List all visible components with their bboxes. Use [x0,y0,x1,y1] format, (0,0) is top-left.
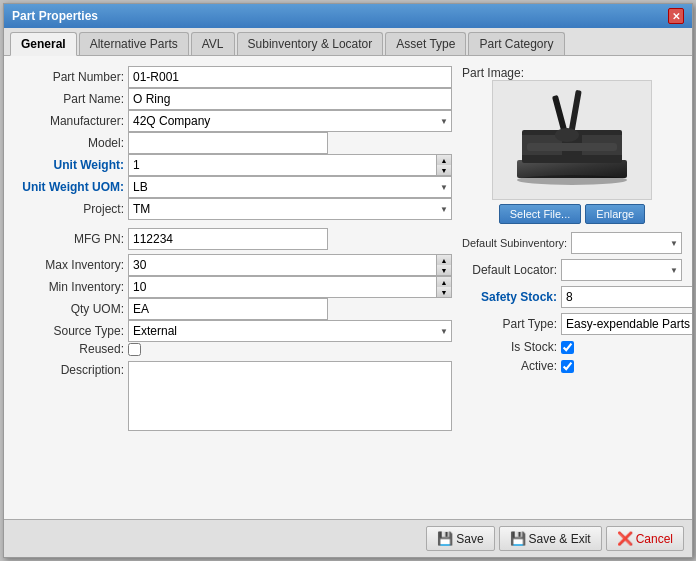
mfg-pn-row: MFG PN: [14,228,452,250]
unit-weight-label: Unit Weight: [14,158,124,172]
source-type-label: Source Type: [14,324,124,338]
reused-row: Reused: [14,342,452,356]
model-row: Model: [14,132,452,154]
active-checkbox[interactable] [561,360,574,373]
part-name-row: Part Name: [14,88,452,110]
project-select[interactable]: TM [128,198,452,220]
save-button[interactable]: 💾 Save [426,526,494,551]
min-inventory-row: Min Inventory: ▲ ▼ [14,276,452,298]
unit-weight-uom-label: Unit Weight UOM: [14,180,124,194]
min-inventory-down[interactable]: ▼ [437,287,451,297]
svg-point-8 [517,175,627,185]
source-type-row: Source Type: External [14,320,452,342]
qty-uom-row: Qty UOM: [14,298,452,320]
safety-stock-label: Safety Stock: [462,290,557,304]
mfg-pn-input[interactable] [128,228,328,250]
source-type-select[interactable]: External [128,320,452,342]
close-button[interactable]: ✕ [668,8,684,24]
left-section: Part Number: Part Name: Manufacturer: 42… [14,66,452,431]
default-locator-row: Default Locator: [462,259,682,281]
cancel-icon: ❌ [617,531,633,546]
active-row: Active: [462,359,682,373]
unit-weight-row: Unit Weight: ▲ ▼ [14,154,452,176]
window-title: Part Properties [12,9,98,23]
unit-weight-input[interactable] [128,154,437,176]
max-inventory-spinner[interactable]: ▲ ▼ [437,254,452,276]
description-row: Description: [14,361,452,431]
unit-weight-uom-row: Unit Weight UOM: LB [14,176,452,198]
image-section: Part Image: [462,66,682,224]
tab-alt-parts[interactable]: Alternative Parts [79,32,189,55]
title-bar: Part Properties ✕ [4,4,692,28]
model-label: Model: [14,136,124,150]
manufacturer-label: Manufacturer: [14,114,124,128]
is-stock-label: Is Stock: [462,340,557,354]
tab-bar: General Alternative Parts AVL Subinvento… [4,28,692,56]
is-stock-row: Is Stock: [462,340,682,354]
cancel-label: Cancel [636,532,673,546]
tab-general[interactable]: General [10,32,77,56]
project-row: Project: TM [14,198,452,220]
default-subinventory-row: Default Subinventory: [462,232,682,254]
qty-uom-label: Qty UOM: [14,302,124,316]
unit-weight-spinner[interactable]: ▲ ▼ [437,154,452,176]
part-number-input[interactable] [128,66,452,88]
select-file-button[interactable]: Select File... [499,204,582,224]
project-label: Project: [14,202,124,216]
default-subinventory-label: Default Subinventory: [462,237,567,249]
description-textarea[interactable] [128,361,452,431]
tab-avl[interactable]: AVL [191,32,235,55]
part-name-input[interactable] [128,88,452,110]
unit-weight-up[interactable]: ▲ [437,155,451,165]
part-properties-window: Part Properties ✕ General Alternative Pa… [3,3,693,558]
part-image-svg [497,85,647,195]
save-label: Save [456,532,483,546]
save-exit-button[interactable]: 💾 Save & Exit [499,526,602,551]
enlarge-button[interactable]: Enlarge [585,204,645,224]
description-label: Description: [14,363,124,377]
unit-weight-uom-select[interactable]: LB [128,176,452,198]
tab-part-category[interactable]: Part Category [468,32,564,55]
min-inventory-label: Min Inventory: [14,280,124,294]
safety-stock-input[interactable] [561,286,692,308]
part-image-label: Part Image: [462,66,524,80]
manufacturer-row: Manufacturer: 42Q Company [14,110,452,132]
part-number-row: Part Number: [14,66,452,88]
unit-weight-down[interactable]: ▼ [437,165,451,175]
footer: 💾 Save 💾 Save & Exit ❌ Cancel [4,519,692,557]
part-type-select[interactable]: Easy-expendable Parts [561,313,692,335]
image-buttons: Select File... Enlarge [499,204,645,224]
active-label: Active: [462,359,557,373]
part-number-label: Part Number: [14,70,124,84]
part-name-label: Part Name: [14,92,124,106]
save-exit-icon: 💾 [510,531,526,546]
part-type-label: Part Type: [462,317,557,331]
tab-asset-type[interactable]: Asset Type [385,32,466,55]
cancel-button[interactable]: ❌ Cancel [606,526,684,551]
max-inventory-up[interactable]: ▲ [437,255,451,265]
max-inventory-down[interactable]: ▼ [437,265,451,275]
mfg-pn-label: MFG PN: [14,232,124,246]
default-locator-select[interactable] [561,259,682,281]
save-exit-label: Save & Exit [529,532,591,546]
reused-checkbox[interactable] [128,343,141,356]
form-content: Part Number: Part Name: Manufacturer: 42… [4,56,692,519]
min-inventory-spinner[interactable]: ▲ ▼ [437,276,452,298]
model-input[interactable] [128,132,328,154]
svg-rect-4 [527,143,617,151]
is-stock-checkbox[interactable] [561,341,574,354]
default-subinventory-select[interactable] [571,232,682,254]
tab-subinventory[interactable]: Subinventory & Locator [237,32,384,55]
min-inventory-up[interactable]: ▲ [437,277,451,287]
manufacturer-select[interactable]: 42Q Company [128,110,452,132]
max-inventory-input[interactable] [128,254,437,276]
max-inventory-row: Max Inventory: ▲ ▼ [14,254,452,276]
default-locator-label: Default Locator: [462,263,557,277]
min-inventory-input[interactable] [128,276,437,298]
svg-point-7 [555,128,579,142]
reused-label: Reused: [14,342,124,356]
part-type-row: Part Type: Easy-expendable Parts [462,313,682,335]
part-image [492,80,652,200]
right-fields: Default Subinventory: Default Locator: [462,232,682,373]
qty-uom-input[interactable] [128,298,328,320]
